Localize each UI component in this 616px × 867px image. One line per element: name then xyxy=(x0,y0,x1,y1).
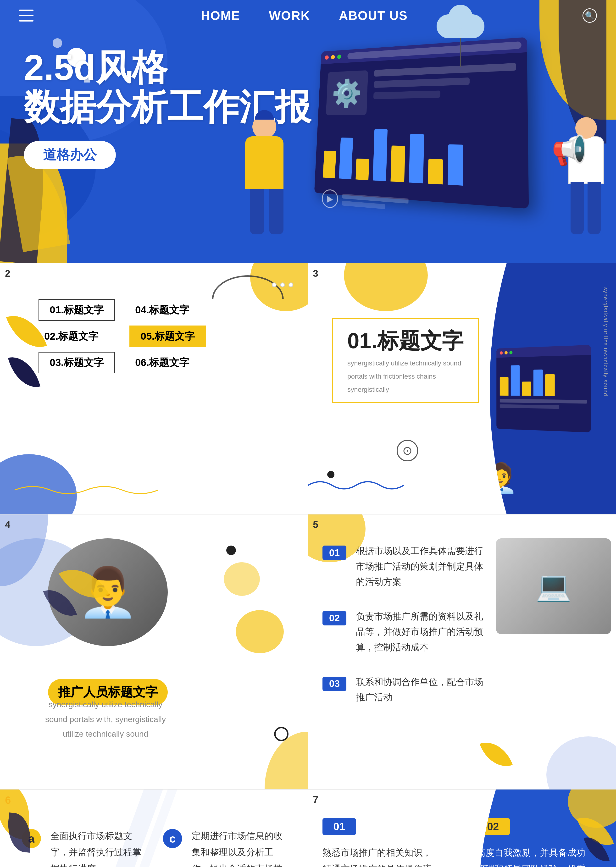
s7-leaf-right xyxy=(582,814,608,864)
s3-main-title: 01.标题文字 xyxy=(347,327,464,356)
s5-badge-03: 03 xyxy=(322,677,346,691)
person-left xyxy=(252,115,291,234)
s3-title-box: 01.标题文字 synergistically utilize technica… xyxy=(332,318,479,403)
s4-description: synergistically utilize technically soun… xyxy=(34,697,177,741)
s5-leaf-deco xyxy=(484,739,508,770)
s3-wave-svg xyxy=(308,476,404,495)
wave-svg xyxy=(14,481,158,499)
slides-row-4-5: 4 👨‍💼 推广人员标题文字 synergistically utilize t… xyxy=(0,514,616,789)
s4-black-dot1 xyxy=(226,545,236,555)
s3-subtitle-1: synergistically utilize technically soun… xyxy=(347,358,464,369)
s5-text-03: 联系和协调合作单位，配合市场推广活动 xyxy=(356,674,490,705)
slide-2: 2 01.标题文字 04.标题文字 02.标题文字 05.标题文字 03.标题 xyxy=(0,263,308,514)
s4-yellow-blob xyxy=(236,610,284,653)
slide-7: 7 01 熟悉市场推广的相关知识，精通市场推广的具体操作流程以及推广渠道。 xyxy=(308,789,616,867)
s4-leaf-deco xyxy=(67,562,101,605)
megaphone-icon: 📢 xyxy=(552,134,587,167)
s3-right-blue-section: 🧑‍💼 xyxy=(467,263,616,514)
dot-red xyxy=(325,55,329,60)
hero-title-line1: 2.5d风格 xyxy=(24,48,311,87)
menu-item-05[interactable]: 05.标题文字 xyxy=(129,325,206,347)
s6-node-c: c 定期进行市场信息的收集和整理以及分析工作，提出合适的市场推广创意 xyxy=(163,828,285,867)
s5-badge-02: 02 xyxy=(322,611,346,625)
browser-content: ⚙️ xyxy=(313,52,529,234)
s7-col-left: 01 熟悉市场推广的相关知识，精通市场推广的具体操作流程以及推广渠道。 xyxy=(308,790,462,867)
laptop-icon: 💻 xyxy=(496,539,611,634)
s5-items-list: 01 根据市场以及工作具体需要进行市场推广活动的策划并制定具体的活动方案 02 … xyxy=(322,543,490,724)
slide-4-number: 4 xyxy=(5,519,10,530)
s3-subtitle-2: portals with frictionless chains xyxy=(347,371,464,382)
slide-6: 6 a 全面执行市场标题文字，并监督执行过程掌握执行进度 c 定期进行市场信息的… xyxy=(0,789,308,867)
s7-col-right: 02 高度自我激励，并具备成功管理和领导团队经验。优秀的沟通能力、能够和公司内部… xyxy=(462,790,616,867)
hero-subtitle-badge[interactable]: 道格办公 xyxy=(24,141,116,169)
s3-black-dot-bottom xyxy=(327,471,335,478)
slide-7-number: 7 xyxy=(313,794,318,805)
s4-yellow-corner xyxy=(265,732,308,789)
s6-letter-c: c xyxy=(163,829,182,848)
s5-item-3: 03 联系和协调合作单位，配合市场推广活动 xyxy=(322,674,490,705)
s5-badge-01: 01 xyxy=(322,545,346,560)
s3-side-text: synergistically utilize technically soun… xyxy=(602,287,608,396)
dot-yellow xyxy=(331,55,335,60)
menu-grid: 01.标题文字 04.标题文字 02.标题文字 05.标题文字 03.标题文字 … xyxy=(39,299,206,373)
menu-icon[interactable] xyxy=(19,9,33,22)
s5-item-2: 02 负责市场推广所需的资料以及礼品等，并做好市场推广的活动预算，控制活动成本 xyxy=(322,609,490,655)
menu-item-04[interactable]: 04.标题文字 xyxy=(129,300,206,320)
s7-two-col: 01 熟悉市场推广的相关知识，精通市场推广的具体操作流程以及推广渠道。 02 高… xyxy=(308,790,616,867)
slide-5-number: 5 xyxy=(313,519,318,530)
nav-work[interactable]: WORK xyxy=(269,8,310,23)
s3-yellow-blob-top xyxy=(344,263,428,311)
s7-text-02: 高度自我激励，并具备成功管理和领导团队经验。优秀的沟通能力、能够和公司内部其他同… xyxy=(476,845,591,867)
s6-leaf-top xyxy=(0,790,31,852)
s4-desc-2: sound portals with, synergistically xyxy=(34,712,177,727)
navigation: HOME WORK ABOUT US 🔍 xyxy=(0,0,616,31)
menu-item-02[interactable]: 02.标题文字 xyxy=(39,326,115,346)
s5-text-02: 负责市场推广所需的资料以及礼品等，并做好市场推广的活动预算，控制活动成本 xyxy=(356,609,490,655)
menu-item-01[interactable]: 01.标题文字 xyxy=(39,299,115,321)
s4-desc-3: utilize technically sound xyxy=(34,727,177,741)
slide-3: 3 xyxy=(308,263,616,514)
slide-5: 5 01 根据市场以及工作具体需要进行市场推广活动的策划并制定具体的活动方案 0… xyxy=(308,514,616,789)
slides-row-6-7: 6 a 全面执行市场标题文字，并监督执行过程掌握执行进度 c 定期进行市场信息的… xyxy=(0,789,616,867)
dot-green xyxy=(337,55,341,59)
s3-person-icon: 🧑‍💼 xyxy=(482,461,518,495)
nav-links: HOME WORK ABOUT US xyxy=(201,8,408,23)
s7-badge-01: 01 xyxy=(322,818,356,835)
menu-item-03[interactable]: 03.标题文字 xyxy=(39,352,115,373)
slide-2-number: 2 xyxy=(5,268,10,279)
s3-subtitle-3: synergistically xyxy=(347,384,464,395)
slides-row-2-3: 2 01.标题文字 04.标题文字 02.标题文字 05.标题文字 03.标题 xyxy=(0,263,616,514)
s3-arrow-button[interactable]: ⊙ xyxy=(397,440,418,461)
slide-3-number: 3 xyxy=(313,268,318,279)
leaf-deco-left xyxy=(12,311,41,390)
s5-item-1: 01 根据市场以及工作具体需要进行市场推广活动的策划并制定具体的活动方案 xyxy=(322,543,490,589)
s5-laptop-photo: 💻 xyxy=(496,539,611,634)
slide-1: HOME WORK ABOUT US 🔍 2.5d风格 数据分析工作汇报 道 xyxy=(0,0,616,263)
white-dots xyxy=(272,283,293,287)
s5-blue-blob xyxy=(546,737,616,789)
slide-4: 4 👨‍💼 推广人员标题文字 synergistically utilize t… xyxy=(0,514,308,789)
s4-desc-1: synergistically utilize technically xyxy=(34,697,177,712)
s4-yellow-blob2 xyxy=(224,562,260,596)
nav-home[interactable]: HOME xyxy=(201,8,240,23)
s7-text-01: 熟悉市场推广的相关知识，精通市场推广的具体操作流程以及推广渠道。 xyxy=(322,845,437,867)
nav-about[interactable]: ABOUT US xyxy=(339,8,408,23)
menu-item-06[interactable]: 06.标题文字 xyxy=(129,353,206,373)
search-icon[interactable]: 🔍 xyxy=(583,8,597,23)
white-circle-sm xyxy=(53,38,62,48)
s6-text-c: 定期进行市场信息的收集和整理以及分析工作，提出合适的市场推广创意 xyxy=(192,828,285,867)
browser-window: ⚙️ xyxy=(314,37,529,209)
s7-badge-02: 02 xyxy=(476,818,510,835)
s5-text-01: 根据市场以及工作具体需要进行市场推广活动的策划并制定具体的活动方案 xyxy=(356,543,490,589)
